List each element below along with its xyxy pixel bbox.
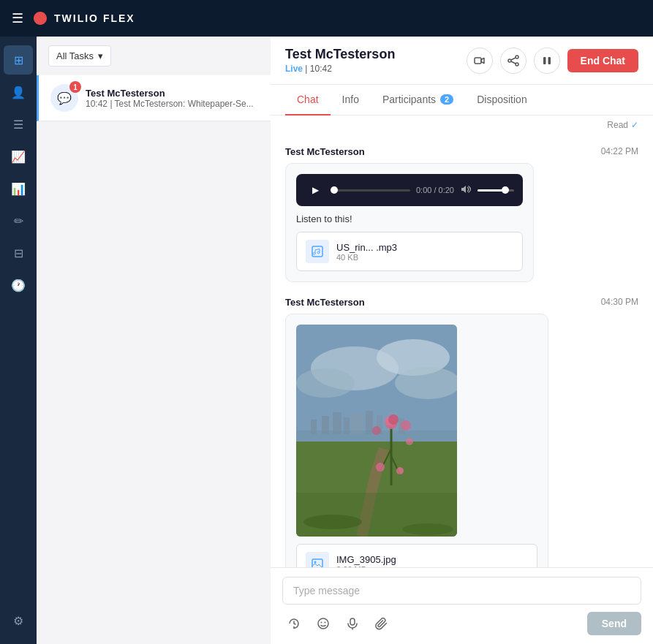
task-preview: 10:42 | Test McTesterson: Whitepaper-Se.… — [86, 99, 259, 109]
play-button[interactable]: ▶ — [305, 180, 325, 200]
menu-icon[interactable]: ☰ — [12, 10, 23, 26]
audio-file-size: 40 KB — [336, 253, 397, 262]
app-name: TWILIO FLEX — [54, 12, 135, 24]
read-label: Read — [607, 120, 628, 130]
paperclip-icon — [375, 617, 388, 630]
chevron-down-icon: ▾ — [98, 50, 103, 61]
mute-button[interactable] — [460, 183, 472, 197]
chat-status: Live | 10:42 — [285, 64, 395, 74]
svg-rect-0 — [475, 58, 481, 64]
chat-time: 10:42 — [310, 64, 332, 74]
nav-reports[interactable]: 📈 — [4, 142, 33, 171]
pause-icon — [542, 56, 552, 66]
message-image-preview[interactable] — [296, 325, 457, 537]
message-time-image: 04:30 PM — [601, 297, 638, 308]
task-filter-dropdown[interactable]: All Tasks ▾ — [48, 45, 111, 67]
image-file-info: IMG_3905.jpg 2.06 MB — [336, 554, 396, 568]
nav-table[interactable]: ⊟ — [4, 238, 33, 268]
read-indicator: Read ✓ — [271, 115, 653, 135]
tab-participants[interactable]: Participants 2 — [371, 85, 465, 115]
quick-reply-button[interactable] — [282, 612, 306, 635]
task-avatar: 💬 1 — [50, 84, 78, 112]
svg-point-43 — [325, 622, 326, 624]
svg-point-31 — [376, 463, 385, 471]
video-button[interactable] — [467, 48, 493, 74]
task-filter-label: All Tasks — [56, 50, 94, 61]
svg-point-35 — [406, 438, 413, 445]
svg-rect-44 — [350, 618, 355, 625]
audio-file-info: US_rin... .mp3 40 KB — [336, 242, 397, 262]
share-icon — [507, 55, 519, 67]
audio-track — [331, 189, 410, 192]
message-input[interactable] — [282, 577, 641, 605]
svg-point-37 — [303, 515, 362, 529]
image-bubble: IMG_3905.jpg 2.06 MB — [285, 314, 548, 567]
chat-bubble-icon: 💬 — [57, 91, 72, 105]
svg-rect-7 — [548, 57, 551, 64]
audio-file-attachment[interactable]: US_rin... .mp3 40 KB — [296, 232, 523, 271]
tab-chat[interactable]: Chat — [285, 85, 331, 115]
svg-rect-6 — [543, 57, 546, 64]
chat-messages: Test McTesterson 04:22 PM ▶ 0:00 / — [271, 135, 653, 567]
svg-point-3 — [508, 59, 511, 62]
task-panel-header: All Tasks ▾ — [37, 37, 271, 75]
nav-settings[interactable]: ⚙ — [4, 606, 33, 635]
audio-player: ▶ 0:00 / 0:20 — [296, 174, 523, 206]
image-icon — [312, 558, 323, 567]
message-sender-image: Test McTesterson — [285, 297, 365, 308]
task-preview-text: Test McTesterson: Whitepaper-Se... — [115, 99, 254, 109]
task-item[interactable]: 💬 1 Test McTesterson 10:42 | Test McTest… — [37, 75, 271, 121]
message-header-audio: Test McTesterson 04:22 PM — [285, 146, 638, 157]
svg-point-1 — [516, 56, 518, 58]
emoji-icon — [317, 617, 330, 630]
main-chat-area: Test McTesterson Live | 10:42 — [271, 37, 653, 644]
voice-button[interactable] — [341, 612, 364, 635]
participants-badge: 2 — [440, 94, 453, 105]
task-contact-name: Test McTesterson — [86, 88, 259, 99]
svg-point-42 — [321, 622, 322, 624]
video-icon — [474, 55, 486, 67]
message-input-area: Send — [271, 567, 653, 644]
image-file-attachment[interactable]: IMG_3905.jpg 2.06 MB — [296, 544, 537, 567]
nav-tasks-list[interactable]: ☰ — [4, 110, 33, 139]
svg-point-2 — [516, 63, 518, 66]
top-navigation: ☰ TWILIO FLEX — [0, 0, 653, 37]
end-chat-button[interactable]: End Chat — [567, 49, 638, 72]
emoji-button[interactable] — [312, 612, 335, 635]
svg-point-41 — [318, 618, 328, 629]
task-unread-badge: 1 — [69, 81, 81, 93]
input-toolbar: Send — [282, 612, 641, 635]
share-button[interactable] — [500, 48, 526, 74]
attach-button[interactable] — [370, 612, 393, 635]
audio-caption: Listen to this! — [296, 213, 523, 224]
nav-metrics[interactable]: 📊 — [4, 174, 33, 203]
svg-point-38 — [402, 523, 453, 535]
task-time: 10:42 — [86, 99, 107, 109]
nav-history[interactable]: 🕐 — [4, 270, 33, 300]
pause-button[interactable] — [534, 48, 560, 74]
audio-progress-dot — [331, 186, 338, 194]
volume-bar[interactable] — [478, 189, 514, 192]
tab-disposition[interactable]: Disposition — [465, 85, 538, 115]
message-audio: Test McTesterson 04:22 PM ▶ 0:00 / — [285, 146, 638, 282]
tab-info[interactable]: Info — [331, 85, 371, 115]
image-file-name: IMG_3905.jpg — [336, 554, 396, 565]
icon-sidebar: ⊞ 👤 ☰ 📈 📊 ✏ ⊟ 🕐 ⚙ — [0, 37, 37, 644]
live-status: Live — [285, 64, 303, 74]
nav-task-manager[interactable]: ✏ — [4, 206, 33, 235]
audio-progress-bar[interactable] — [331, 189, 410, 192]
svg-point-33 — [401, 420, 411, 431]
svg-point-32 — [396, 467, 404, 474]
svg-point-12 — [296, 368, 355, 398]
task-info: Test McTesterson 10:42 | Test McTesterso… — [86, 88, 259, 109]
app-logo: TWILIO FLEX — [32, 10, 135, 26]
svg-line-4 — [511, 58, 516, 60]
chat-header: Test McTesterson Live | 10:42 — [271, 37, 653, 85]
nav-agents[interactable]: 👤 — [4, 77, 33, 107]
message-image: Test McTesterson 04:30 PM — [285, 297, 638, 567]
chat-header-left: Test McTesterson Live | 10:42 — [285, 47, 395, 74]
svg-line-5 — [511, 61, 516, 64]
audio-time: 0:00 / 0:20 — [416, 186, 454, 194]
nav-dashboard[interactable]: ⊞ — [4, 45, 33, 75]
send-button[interactable]: Send — [587, 612, 641, 635]
